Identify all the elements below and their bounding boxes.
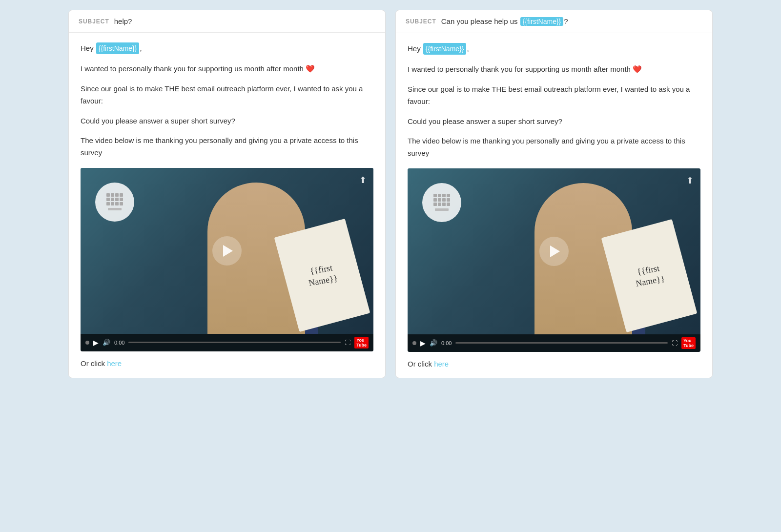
subject-row-right: SUBJECT Can you please help us {{firstNa… — [396, 10, 712, 33]
play-button-left[interactable] — [212, 236, 242, 266]
card-body-right: Hey {{firstName}}, I wanted to personall… — [396, 33, 712, 378]
dot — [120, 202, 123, 205]
firstname-tag-right: {{firstName}} — [423, 43, 467, 55]
greeting-left: Hey {{firstName}}, — [81, 42, 373, 54]
ctrl-progress-left[interactable] — [128, 342, 341, 343]
dot — [433, 198, 437, 202]
para1-right: I wanted to personally thank you for sup… — [408, 63, 700, 76]
ctrl-volume-left[interactable]: 🔊 — [103, 339, 110, 346]
click-link-right: Or click here — [408, 360, 700, 368]
dot — [442, 194, 446, 197]
share-icon-right[interactable]: ⬆ — [686, 175, 694, 186]
greeting-after-left: , — [140, 44, 142, 52]
para2-right: Since our goal is to make THE best email… — [408, 83, 700, 108]
paper-text-right: {{firstName}} — [633, 262, 665, 290]
app-icon-left — [95, 183, 134, 222]
dot — [120, 193, 123, 197]
ctrl-play-right[interactable]: ▶ — [420, 339, 426, 347]
dot — [447, 194, 450, 197]
subject-label-left: SUBJECT — [79, 18, 109, 25]
play-triangle-right — [550, 246, 560, 257]
dot — [115, 198, 119, 201]
dot — [433, 194, 437, 197]
app-icon-bar-right — [435, 208, 449, 211]
para3-left: Could you please answer a super short su… — [81, 115, 373, 127]
ctrl-volume-right[interactable]: 🔊 — [430, 339, 437, 347]
app-icon-bar-left — [108, 208, 122, 210]
video-controls-left: ▶ 🔊 0:00 ⛶ YouTube — [81, 334, 373, 351]
ctrl-play-left[interactable]: ▶ — [93, 339, 99, 347]
dot — [111, 193, 114, 197]
dot — [438, 198, 441, 202]
dot — [115, 202, 119, 205]
para2-left: Since our goal is to make THE best email… — [81, 83, 373, 107]
subject-text-right: Can you please help us {{firstName}}? — [441, 17, 568, 26]
para4-right: The video below is me thanking you perso… — [408, 135, 700, 160]
para4-left: The video below is me thanking you perso… — [81, 135, 373, 159]
click-link-left: Or click here — [81, 359, 373, 368]
subject-before-right: Can you please help us — [441, 17, 520, 25]
ctrl-dot-right — [412, 341, 416, 345]
dot — [106, 202, 110, 205]
app-icon-right — [422, 183, 461, 222]
video-thumbnail-left: {{firstName}} — [81, 168, 373, 334]
dot — [447, 203, 450, 206]
email-card-left: SUBJECT help? Hey {{firstName}}, I wante… — [68, 10, 386, 378]
dot — [442, 203, 446, 206]
cards-container: SUBJECT help? Hey {{firstName}}, I wante… — [68, 10, 713, 378]
play-triangle-left — [223, 245, 233, 257]
heart-right: ❤️ — [633, 65, 642, 73]
click-here-link-right[interactable]: here — [434, 360, 449, 368]
ctrl-youtube-left[interactable]: YouTube — [354, 337, 369, 348]
video-controls-right: ▶ 🔊 0:00 ⛶ YouTube — [408, 334, 700, 352]
dot — [438, 194, 441, 197]
subject-text-left: help? — [114, 17, 132, 25]
firstname-tag-left: {{firstName}} — [96, 42, 140, 54]
dot — [120, 198, 123, 201]
para3-right: Could you please answer a super short su… — [408, 116, 700, 128]
share-icon-left[interactable]: ⬆ — [359, 175, 367, 185]
ctrl-time-left: 0:00 — [114, 340, 124, 346]
ctrl-dot-left — [85, 341, 89, 345]
dot — [115, 193, 119, 197]
app-icon-grid-right — [433, 194, 450, 206]
video-container-right[interactable]: {{firstName}} — [408, 168, 700, 352]
ctrl-fullscreen-right[interactable]: ⛶ — [672, 340, 678, 347]
para1-left: I wanted to personally thank you for sup… — [81, 63, 373, 75]
dot — [106, 193, 110, 197]
dot — [438, 203, 441, 206]
ctrl-youtube-right[interactable]: YouTube — [681, 337, 696, 349]
subject-plain-left: help? — [114, 17, 132, 25]
greeting-after-right: , — [467, 44, 469, 53]
card-body-left: Hey {{firstName}}, I wanted to personall… — [69, 33, 385, 377]
ctrl-fullscreen-left[interactable]: ⛶ — [345, 339, 350, 346]
play-button-right[interactable] — [539, 237, 569, 266]
dot — [433, 203, 437, 206]
video-thumbnail-right: {{firstName}} — [408, 168, 700, 334]
subject-label-right: SUBJECT — [406, 18, 436, 25]
dot — [111, 198, 114, 201]
subject-after-right: ? — [564, 17, 568, 25]
greeting-right: Hey {{firstName}}, — [408, 43, 700, 55]
ctrl-time-right: 0:00 — [441, 340, 452, 346]
subject-firstname-right: {{firstName}} — [520, 17, 564, 26]
greeting-before-right: Hey — [408, 44, 423, 53]
email-card-right: SUBJECT Can you please help us {{firstNa… — [395, 10, 713, 378]
heart-left: ❤️ — [306, 64, 315, 73]
dot — [106, 198, 110, 201]
paper-text-left: {{firstName}} — [306, 262, 338, 289]
dot — [447, 198, 450, 202]
video-container-left[interactable]: {{firstName}} — [81, 168, 373, 351]
ctrl-progress-right[interactable] — [455, 342, 668, 344]
subject-row-left: SUBJECT help? — [69, 10, 385, 33]
greeting-before-left: Hey — [81, 44, 96, 52]
app-icon-grid-left — [106, 193, 123, 205]
dot — [442, 198, 446, 202]
click-here-link-left[interactable]: here — [107, 359, 122, 368]
dot — [111, 202, 114, 205]
